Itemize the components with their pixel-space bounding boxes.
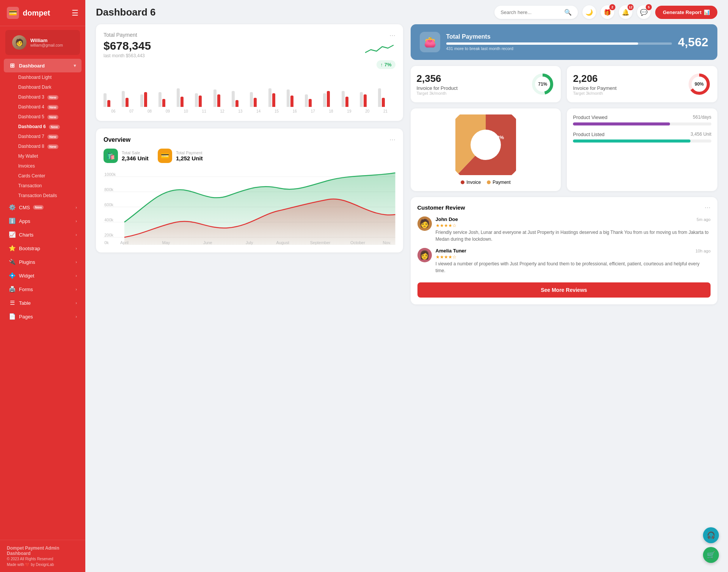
bar-group-14 (360, 92, 377, 107)
sidebar-item-dashboard-5[interactable]: Dashboard 5 New (4, 112, 82, 122)
sidebar-item-bootstrap[interactable]: ⭐ Bootstrap › (4, 241, 82, 255)
pie-legend: Invoice Payment (461, 180, 510, 185)
sidebar-item-dashboard-dark[interactable]: Dashboard Dark (4, 82, 82, 92)
search-box[interactable]: 🔍 (494, 6, 578, 19)
sidebar-item-cms[interactable]: ⚙️ CMS New › (4, 201, 82, 214)
sidebar-item-dashboard-7[interactable]: Dashboard 7 New (4, 132, 82, 141)
widget-label: Widget (19, 273, 34, 279)
sidebar-item-table[interactable]: ☰ Table › (4, 296, 82, 310)
footer-copyright: © 2023 All Rights Reserved (7, 557, 78, 561)
sidebar-item-widget[interactable]: 💠 Widget › (4, 269, 82, 282)
red-bar (199, 96, 202, 107)
review-more-icon[interactable]: ⋯ (704, 204, 711, 211)
bar-group-5 (195, 93, 212, 107)
product-listed-row: Product Listed 3,456 Unit (573, 132, 711, 143)
gray-bar (268, 88, 271, 107)
red-bar (327, 91, 330, 107)
reviewer-2-text: I viewed a number of properties with Jus… (436, 260, 711, 274)
dark-mode-button[interactable]: 🌙 (582, 5, 596, 19)
sidebar-item-charts[interactable]: 📈 Charts › (4, 228, 82, 241)
generate-report-button[interactable]: Generate Report 📊 (655, 6, 717, 19)
red-bar (162, 99, 165, 107)
chart-label-07: 07 (122, 109, 141, 113)
see-more-reviews-button[interactable]: See More Reviews (417, 282, 711, 298)
sidebar-item-transaction[interactable]: Transaction (4, 181, 82, 191)
floating-buttons: 🎧 🛒 (703, 527, 719, 563)
invoice-product-number: 2,356 (417, 73, 458, 85)
product-listed-label: Product Listed (573, 132, 604, 137)
chevron-down-icon: ▼ (73, 63, 77, 68)
dashboard-icon: ⊞ (8, 62, 16, 69)
bar-group-0 (104, 93, 121, 107)
chart-label-17: 17 (304, 109, 322, 113)
pie-stats-row: 62% 38% Invoice Payment (411, 108, 718, 191)
reviewer-2-info: Amelia Tuner 10h ago ★★★★☆ I viewed a nu… (436, 248, 711, 274)
cms-badge: New (33, 205, 44, 210)
sidebar-item-dashboard-8[interactable]: Dashboard 8 New (4, 141, 82, 151)
sidebar-item-pages[interactable]: 📄 Pages › (4, 310, 82, 323)
dashboard3-label: Dashboard 3 (18, 94, 44, 100)
review-header: Customer Review ⋯ (417, 204, 711, 211)
hamburger-icon[interactable]: ☰ (72, 8, 78, 17)
sidebar-item-transaction-details[interactable]: Transaction Details (4, 191, 82, 201)
total-payment-label: Total Payment (176, 150, 203, 155)
chart-label-09: 09 (159, 109, 177, 113)
sidebar-item-cards-center[interactable]: Cards Center (4, 171, 82, 181)
payment-dot (487, 180, 491, 184)
sidebar-header: 💳 dompet ☰ (0, 0, 85, 26)
sidebar-item-dashboard-6[interactable]: Dashboard 6 New (4, 122, 82, 132)
invoice-payment-donut: 90% (687, 72, 711, 96)
sidebar-item-my-wallet[interactable]: My Wallet (4, 151, 82, 161)
chevron-right-icon: › (75, 205, 77, 210)
total-payments-progress-track (446, 42, 672, 45)
red-bar (144, 92, 147, 107)
red-bar (235, 100, 238, 107)
cart-float-button[interactable]: 🛒 (703, 547, 719, 563)
bootstrap-label: Bootstrap (19, 246, 40, 251)
logo-icon: 💳 (7, 7, 19, 19)
gift-badge: 2 (609, 4, 615, 10)
sidebar-item-dashboard-4[interactable]: Dashboard 4 New (4, 102, 82, 112)
growth-pct: 7% (384, 62, 392, 67)
more-options-icon[interactable]: ⋯ (389, 32, 395, 39)
gray-bar (232, 91, 235, 107)
sidebar-item-dashboard[interactable]: ⊞ Dashboard ▼ (4, 59, 82, 72)
sidebar-item-invoices[interactable]: Invoices (4, 161, 82, 171)
table-icon: ☰ (8, 299, 16, 306)
chevron-right-icon: › (75, 273, 77, 278)
gift-button[interactable]: 🎁 2 (601, 5, 614, 19)
sidebar-item-plugins[interactable]: 🔌 Plugins › (4, 255, 82, 269)
review-item-2: 👩 Amelia Tuner 10h ago ★★★★☆ I viewed a … (417, 248, 711, 274)
message-button[interactable]: 💬 5 (637, 5, 651, 19)
gray-bar (213, 89, 217, 107)
overview-header: Overview ⋯ (104, 136, 395, 143)
sidebar-item-forms[interactable]: 🖨️ Forms › (4, 282, 82, 296)
svg-text:September: September (310, 240, 331, 244)
bootstrap-icon: ⭐ (8, 245, 16, 252)
chart-label-14: 14 (249, 109, 268, 113)
bar-group-3 (158, 92, 176, 107)
total-payment-value: 1,252 Unit (176, 155, 203, 161)
overview-more-icon[interactable]: ⋯ (389, 136, 395, 143)
total-sale-metric: 🛍️ Total Sale 2,346 Unit (104, 149, 149, 163)
search-input[interactable] (500, 9, 561, 15)
bar-group-4 (177, 88, 194, 107)
chevron-right-icon: › (75, 260, 77, 264)
topbar: Dashboard 6 🔍 🌙 🎁 2 🔔 12 💬 5 Gen (85, 0, 728, 24)
bar-group-1 (122, 91, 139, 107)
svg-text:October: October (350, 240, 366, 244)
right-column: 👛 Total Payments 431 more to break last … (411, 24, 718, 304)
nav-section: ⊞ Dashboard ▼ Dashboard Light Dashboard … (0, 59, 85, 540)
review-item-1: 🧑 John Doe 5m ago ★★★★☆ Friendly service… (417, 216, 711, 243)
new-badge: New (47, 115, 58, 119)
reviewer-1-time: 5m ago (697, 217, 711, 222)
user-name: William (30, 38, 63, 43)
sidebar-item-apps[interactable]: ℹ️ Apps › (4, 214, 82, 228)
headset-float-button[interactable]: 🎧 (703, 527, 719, 543)
sidebar-item-dashboard-light[interactable]: Dashboard Light (4, 72, 82, 82)
svg-text:April: April (120, 240, 129, 244)
sidebar-item-dashboard-3[interactable]: Dashboard 3 New (4, 92, 82, 102)
notification-button[interactable]: 🔔 12 (619, 5, 632, 19)
trend-sparkline (365, 42, 395, 57)
review-title: Customer Review (417, 204, 465, 211)
